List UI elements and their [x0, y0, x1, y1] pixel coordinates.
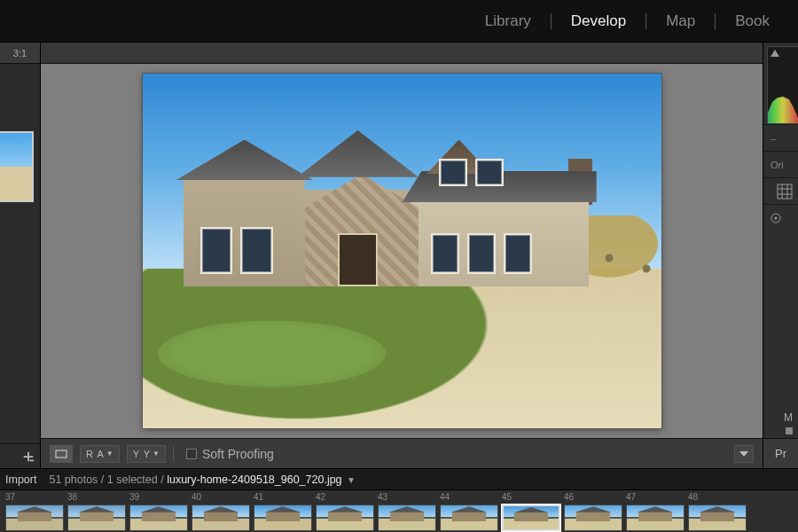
previous-button[interactable]: Pr — [763, 438, 798, 468]
original-compare-row[interactable]: Ori — [763, 151, 798, 177]
filmstrip-item[interactable]: 48 — [686, 490, 748, 532]
left-panel: 3:1 — [0, 43, 41, 468]
loupe-view-icon — [55, 450, 67, 458]
filmstrip-thumbnail — [502, 505, 560, 531]
photo-counts: 51 photos / 1 selected / — [49, 473, 163, 486]
secondary-toolbar-strip — [41, 43, 763, 64]
filmstrip-item[interactable]: 46 — [562, 490, 624, 532]
panel-end-marker-icon — [786, 427, 793, 434]
histogram[interactable] — [767, 46, 798, 124]
add-local-adjustment-button[interactable] — [0, 443, 40, 468]
plus-icon — [22, 450, 35, 463]
filmstrip[interactable]: 373839404142434445464748 — [0, 489, 798, 532]
filmstrip-index: 40 — [192, 492, 250, 505]
chevron-down-icon[interactable]: ▼ — [347, 475, 356, 485]
filmstrip-index: 42 — [316, 492, 374, 505]
filmstrip-thumbnail — [192, 505, 250, 531]
filmstrip-index: 41 — [254, 492, 312, 505]
loupe-view-button[interactable] — [50, 445, 73, 463]
toolbar-separator — [173, 446, 174, 462]
filmstrip-thumbnail — [688, 505, 747, 531]
filmstrip-thumbnail — [564, 505, 622, 531]
filmstrip-index: 38 — [67, 492, 126, 505]
svg-rect-1 — [56, 450, 66, 458]
before-after-lr-button[interactable]: R A▼ — [80, 445, 120, 463]
filmstrip-thumbnail — [129, 505, 188, 531]
crop-tool-button[interactable] — [763, 177, 798, 204]
crop-grid-icon — [777, 184, 793, 200]
canvas[interactable] — [41, 64, 763, 438]
white-balance-picker-row[interactable] — [763, 204, 798, 231]
view-toolbar: R A▼ Y Y▼ Soft Proofing — [41, 438, 763, 468]
main-photo — [143, 74, 661, 428]
chevron-down-icon — [739, 451, 748, 457]
navigator-thumbnail[interactable] — [0, 131, 34, 202]
filmstrip-thumbnail — [626, 505, 685, 531]
filmstrip-index: 46 — [564, 492, 622, 505]
right-panel: – Ori M Pr — [763, 43, 798, 468]
filmstrip-item[interactable]: 44 — [438, 490, 500, 532]
center-column: R A▼ Y Y▼ Soft Proofing — [41, 43, 763, 468]
filmstrip-index: 37 — [5, 492, 64, 505]
target-icon — [771, 213, 781, 223]
toolbar-overflow-button[interactable] — [734, 445, 754, 463]
filmstrip-item[interactable]: 43 — [376, 490, 438, 532]
module-map[interactable]: Map — [646, 12, 715, 31]
current-filename: luxury-home-2409518_960_720.jpg — [167, 473, 341, 486]
filmstrip-index: 47 — [626, 492, 685, 505]
filmstrip-item[interactable]: 45 — [500, 490, 562, 532]
module-book[interactable]: Book — [716, 12, 789, 31]
module-develop[interactable]: Develop — [552, 12, 645, 31]
filmstrip-thumbnail — [254, 505, 312, 531]
svg-rect-0 — [30, 459, 34, 461]
svg-point-4 — [775, 216, 778, 219]
filmstrip-thumbnail — [316, 505, 374, 531]
filmstrip-item[interactable]: 41 — [252, 490, 314, 532]
filmstrip-index: 45 — [502, 492, 560, 505]
svg-rect-2 — [778, 184, 792, 199]
checkbox-icon — [186, 449, 197, 459]
filmstrip-item[interactable]: 38 — [66, 490, 128, 532]
module-picker: Library Develop Map Book — [0, 0, 798, 43]
soft-proofing-label: Soft Proofing — [202, 447, 274, 461]
filmstrip-index: 39 — [129, 492, 188, 505]
filmstrip-index: 43 — [378, 492, 436, 505]
before-after-tb-button[interactable]: Y Y▼ — [127, 445, 166, 463]
histogram-info-row: – — [763, 124, 798, 151]
import-button[interactable]: Import — [5, 473, 36, 486]
filmstrip-item[interactable]: 40 — [190, 490, 252, 532]
filmstrip-thumbnail — [440, 505, 498, 531]
filmstrip-item[interactable]: 42 — [314, 490, 376, 532]
filmstrip-thumbnail — [378, 505, 436, 531]
filmstrip-thumbnail — [67, 505, 126, 531]
status-path: 51 photos / 1 selected / luxury-home-240… — [49, 473, 356, 486]
filmstrip-thumbnail — [5, 505, 64, 531]
zoom-ratio-label[interactable]: 3:1 — [0, 43, 40, 64]
shadow-clipping-icon — [771, 50, 779, 57]
module-library[interactable]: Library — [466, 12, 551, 31]
filmstrip-item[interactable]: 39 — [128, 490, 190, 532]
filmstrip-item[interactable]: 47 — [624, 490, 686, 532]
filmstrip-index: 48 — [688, 492, 747, 505]
filmstrip-index: 44 — [440, 492, 498, 505]
filmstrip-item[interactable]: 37 — [4, 490, 66, 532]
soft-proofing-toggle[interactable]: Soft Proofing — [186, 447, 274, 461]
panel-abbrev-label: M — [784, 411, 793, 424]
status-bar: Import 51 photos / 1 selected / luxury-h… — [0, 468, 798, 489]
